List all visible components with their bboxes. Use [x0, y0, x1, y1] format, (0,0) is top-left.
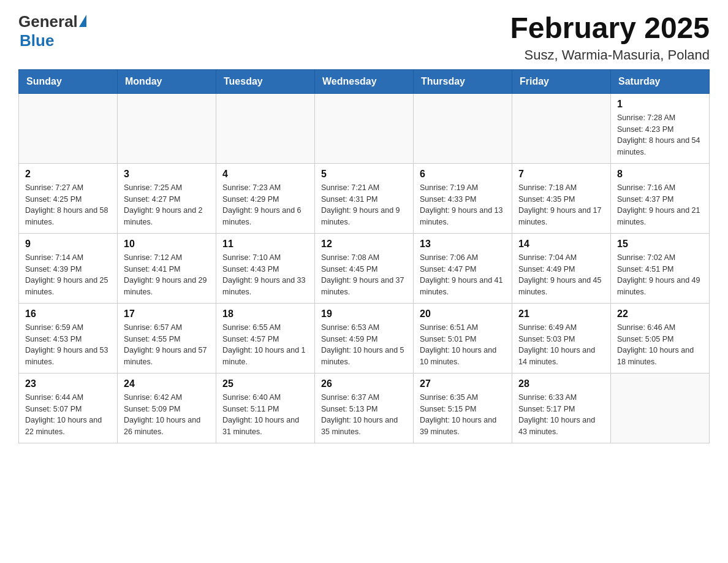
day-number: 2	[25, 169, 111, 180]
day-number: 22	[617, 308, 703, 320]
logo-general-text: General	[18, 12, 78, 31]
calendar-cell: 2Sunrise: 7:27 AMSunset: 4:25 PMDaylight…	[19, 163, 118, 233]
calendar-cell: 5Sunrise: 7:21 AMSunset: 4:31 PMDaylight…	[315, 163, 414, 233]
day-info: Sunrise: 6:37 AMSunset: 5:13 PMDaylight:…	[321, 392, 407, 438]
day-info: Sunrise: 7:12 AMSunset: 4:41 PMDaylight:…	[124, 252, 210, 298]
calendar-cell: 8Sunrise: 7:16 AMSunset: 4:37 PMDaylight…	[611, 163, 710, 233]
day-number: 20	[420, 308, 506, 320]
day-info: Sunrise: 7:18 AMSunset: 4:35 PMDaylight:…	[518, 182, 604, 228]
week-row-2: 2Sunrise: 7:27 AMSunset: 4:25 PMDaylight…	[19, 163, 710, 233]
day-number: 1	[617, 99, 703, 110]
week-row-3: 9Sunrise: 7:14 AMSunset: 4:39 PMDaylight…	[19, 233, 710, 303]
day-info: Sunrise: 7:27 AMSunset: 4:25 PMDaylight:…	[25, 182, 111, 228]
day-number: 13	[420, 239, 506, 250]
logo-triangle-icon	[79, 15, 86, 27]
day-number: 12	[321, 239, 407, 250]
day-info: Sunrise: 7:19 AMSunset: 4:33 PMDaylight:…	[420, 182, 506, 228]
day-info: Sunrise: 7:02 AMSunset: 4:51 PMDaylight:…	[617, 252, 703, 298]
calendar-cell: 4Sunrise: 7:23 AMSunset: 4:29 PMDaylight…	[216, 163, 315, 233]
day-number: 3	[124, 169, 210, 180]
calendar-cell: 20Sunrise: 6:51 AMSunset: 5:01 PMDayligh…	[414, 303, 512, 373]
calendar-cell: 14Sunrise: 7:04 AMSunset: 4:49 PMDayligh…	[512, 233, 611, 303]
weekday-header-sunday: Sunday	[19, 69, 118, 93]
weekday-header-friday: Friday	[512, 69, 611, 93]
day-info: Sunrise: 6:35 AMSunset: 5:15 PMDaylight:…	[420, 392, 506, 438]
day-number: 4	[222, 169, 308, 180]
day-info: Sunrise: 7:25 AMSunset: 4:27 PMDaylight:…	[124, 182, 210, 228]
calendar-cell: 16Sunrise: 6:59 AMSunset: 4:53 PMDayligh…	[19, 303, 118, 373]
calendar-cell: 12Sunrise: 7:08 AMSunset: 4:45 PMDayligh…	[315, 233, 414, 303]
day-info: Sunrise: 6:46 AMSunset: 5:05 PMDaylight:…	[617, 322, 703, 368]
day-number: 19	[321, 308, 407, 320]
calendar-cell: 26Sunrise: 6:37 AMSunset: 5:13 PMDayligh…	[315, 373, 414, 443]
day-number: 11	[222, 239, 308, 250]
day-number: 23	[25, 378, 111, 389]
calendar-cell: 13Sunrise: 7:06 AMSunset: 4:47 PMDayligh…	[414, 233, 512, 303]
day-info: Sunrise: 6:42 AMSunset: 5:09 PMDaylight:…	[124, 392, 210, 438]
day-info: Sunrise: 7:16 AMSunset: 4:37 PMDaylight:…	[617, 182, 703, 228]
day-info: Sunrise: 7:10 AMSunset: 4:43 PMDaylight:…	[222, 252, 308, 298]
day-number: 7	[518, 169, 604, 180]
calendar-cell: 23Sunrise: 6:44 AMSunset: 5:07 PMDayligh…	[19, 373, 118, 443]
week-row-5: 23Sunrise: 6:44 AMSunset: 5:07 PMDayligh…	[19, 373, 710, 443]
day-info: Sunrise: 7:06 AMSunset: 4:47 PMDaylight:…	[420, 252, 506, 298]
day-number: 21	[518, 308, 604, 320]
calendar-cell: 18Sunrise: 6:55 AMSunset: 4:57 PMDayligh…	[216, 303, 315, 373]
day-info: Sunrise: 7:28 AMSunset: 4:23 PMDaylight:…	[617, 112, 703, 158]
day-info: Sunrise: 6:44 AMSunset: 5:07 PMDaylight:…	[25, 392, 111, 438]
weekday-header-row: SundayMondayTuesdayWednesdayThursdayFrid…	[19, 69, 710, 93]
logo-blue-text: Blue	[20, 31, 54, 50]
calendar-cell: 7Sunrise: 7:18 AMSunset: 4:35 PMDaylight…	[512, 163, 611, 233]
calendar-cell: 3Sunrise: 7:25 AMSunset: 4:27 PMDaylight…	[118, 163, 216, 233]
weekday-header-tuesday: Tuesday	[216, 69, 315, 93]
calendar-cell: 19Sunrise: 6:53 AMSunset: 4:59 PMDayligh…	[315, 303, 414, 373]
day-number: 8	[617, 169, 703, 180]
day-number: 16	[25, 308, 111, 320]
calendar-cell	[512, 93, 611, 163]
weekday-header-wednesday: Wednesday	[315, 69, 414, 93]
day-info: Sunrise: 6:33 AMSunset: 5:17 PMDaylight:…	[518, 392, 604, 438]
weekday-header-saturday: Saturday	[611, 69, 710, 93]
day-info: Sunrise: 6:59 AMSunset: 4:53 PMDaylight:…	[25, 322, 111, 368]
calendar-cell: 24Sunrise: 6:42 AMSunset: 5:09 PMDayligh…	[118, 373, 216, 443]
calendar-cell: 28Sunrise: 6:33 AMSunset: 5:17 PMDayligh…	[512, 373, 611, 443]
week-row-1: 1Sunrise: 7:28 AMSunset: 4:23 PMDaylight…	[19, 93, 710, 163]
day-number: 6	[420, 169, 506, 180]
day-info: Sunrise: 6:55 AMSunset: 4:57 PMDaylight:…	[222, 322, 308, 368]
title-section: February 2025 Susz, Warmia-Masuria, Pola…	[510, 12, 710, 63]
day-number: 17	[124, 308, 210, 320]
weekday-header-monday: Monday	[118, 69, 216, 93]
day-number: 14	[518, 239, 604, 250]
week-row-4: 16Sunrise: 6:59 AMSunset: 4:53 PMDayligh…	[19, 303, 710, 373]
calendar-cell: 25Sunrise: 6:40 AMSunset: 5:11 PMDayligh…	[216, 373, 315, 443]
day-number: 25	[222, 378, 308, 389]
calendar-cell	[118, 93, 216, 163]
calendar-cell: 11Sunrise: 7:10 AMSunset: 4:43 PMDayligh…	[216, 233, 315, 303]
calendar-cell	[315, 93, 414, 163]
day-info: Sunrise: 7:21 AMSunset: 4:31 PMDaylight:…	[321, 182, 407, 228]
day-info: Sunrise: 6:57 AMSunset: 4:55 PMDaylight:…	[124, 322, 210, 368]
day-number: 18	[222, 308, 308, 320]
logo: General Blue	[18, 12, 86, 50]
calendar-cell	[611, 373, 710, 443]
day-info: Sunrise: 7:08 AMSunset: 4:45 PMDaylight:…	[321, 252, 407, 298]
calendar-cell: 15Sunrise: 7:02 AMSunset: 4:51 PMDayligh…	[611, 233, 710, 303]
calendar-cell	[414, 93, 512, 163]
day-info: Sunrise: 6:49 AMSunset: 5:03 PMDaylight:…	[518, 322, 604, 368]
calendar-cell: 9Sunrise: 7:14 AMSunset: 4:39 PMDaylight…	[19, 233, 118, 303]
day-info: Sunrise: 7:14 AMSunset: 4:39 PMDaylight:…	[25, 252, 111, 298]
day-number: 26	[321, 378, 407, 389]
calendar-cell: 22Sunrise: 6:46 AMSunset: 5:05 PMDayligh…	[611, 303, 710, 373]
calendar-cell: 6Sunrise: 7:19 AMSunset: 4:33 PMDaylight…	[414, 163, 512, 233]
day-number: 9	[25, 239, 111, 250]
calendar-table: SundayMondayTuesdayWednesdayThursdayFrid…	[18, 69, 710, 443]
day-number: 27	[420, 378, 506, 389]
day-info: Sunrise: 7:04 AMSunset: 4:49 PMDaylight:…	[518, 252, 604, 298]
day-number: 15	[617, 239, 703, 250]
page-header: General Blue February 2025 Susz, Warmia-…	[18, 12, 710, 63]
calendar-subtitle: Susz, Warmia-Masuria, Poland	[510, 47, 710, 63]
day-info: Sunrise: 6:51 AMSunset: 5:01 PMDaylight:…	[420, 322, 506, 368]
day-info: Sunrise: 6:40 AMSunset: 5:11 PMDaylight:…	[222, 392, 308, 438]
calendar-cell: 21Sunrise: 6:49 AMSunset: 5:03 PMDayligh…	[512, 303, 611, 373]
calendar-cell: 27Sunrise: 6:35 AMSunset: 5:15 PMDayligh…	[414, 373, 512, 443]
